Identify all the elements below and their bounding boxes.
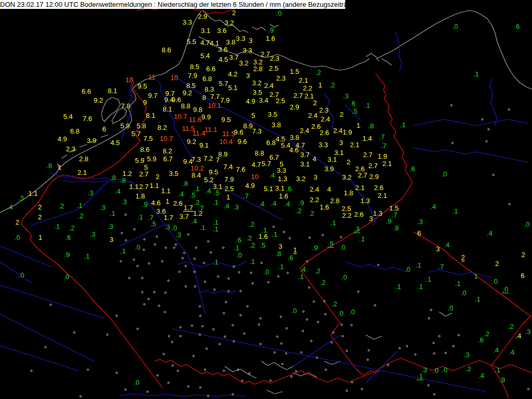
station-value: .0	[524, 220, 530, 228]
station-value: 3.2	[239, 59, 248, 67]
station-value: .4	[479, 372, 484, 380]
station-value: 3	[339, 139, 343, 147]
station-value: .2	[249, 220, 255, 228]
station-value: .5	[352, 107, 358, 115]
station-value: .3	[121, 198, 127, 206]
station-value: .3	[464, 351, 470, 359]
station-value: 9.5	[221, 116, 231, 124]
station-value: 8.5	[190, 63, 199, 71]
station-value: 1	[293, 246, 297, 254]
station-value: .3	[100, 204, 106, 212]
station-value: 9.5	[209, 168, 218, 176]
station-value: 3.8	[226, 38, 235, 46]
station-value: 8.6	[162, 46, 171, 54]
station-value: .1	[365, 102, 370, 109]
station-value: .2	[332, 300, 337, 308]
station-value: .6	[65, 234, 71, 241]
station-value: .1	[213, 198, 219, 206]
station-value: 9.8	[193, 106, 202, 114]
station-value: .1	[475, 295, 481, 303]
station-value: 7.4	[223, 163, 233, 171]
station-value: 2.4	[310, 185, 319, 193]
station-value: 1.3	[278, 175, 287, 183]
station-value: 4	[327, 185, 331, 193]
station-value: 9.2	[183, 89, 192, 97]
station-value: .4	[431, 203, 436, 210]
station-value: .9	[268, 26, 274, 34]
station-value: .0	[433, 367, 439, 374]
station-value: 8.8	[181, 102, 190, 110]
station-value: .1	[120, 247, 126, 255]
station-value: 6.6	[206, 65, 216, 73]
station-value: 2	[521, 251, 525, 259]
station-value: 11.4	[193, 129, 205, 137]
station-value: 3.3	[183, 18, 192, 26]
station-value: .6	[478, 336, 484, 344]
station-value: 1.9	[343, 128, 352, 136]
station-value: 1	[58, 163, 61, 171]
station-value: 11.6	[189, 116, 201, 124]
station-value: .1	[272, 230, 278, 238]
station-value: .7	[438, 263, 444, 271]
station-value: .1	[278, 263, 284, 271]
station-value: .3	[417, 218, 423, 226]
station-value: 10	[126, 76, 133, 84]
station-value: 2.2	[310, 196, 319, 204]
station-value: 1.4	[363, 135, 372, 142]
station-value: 1.3	[360, 197, 370, 205]
station-value: 5.1	[228, 84, 237, 92]
station-value: .6	[286, 185, 292, 193]
station-value: .2	[484, 330, 490, 338]
station-value: 3.3	[319, 141, 328, 149]
station-value: 3.7	[179, 213, 189, 220]
station-value: .3	[354, 225, 360, 233]
station-value: 8.2	[157, 124, 167, 131]
station-value: .0	[405, 265, 411, 273]
station-value: .1	[473, 70, 479, 78]
station-value: .0	[452, 23, 458, 30]
station-value: 5.4	[63, 113, 73, 120]
station-value: 2.9	[290, 103, 299, 111]
station-value: 9.6	[172, 96, 181, 104]
station-value: 5.1	[264, 185, 273, 193]
station-value: .0	[340, 243, 346, 251]
station-value: 3.3	[236, 35, 245, 42]
station-value: 1	[226, 193, 230, 201]
weather-map: 2.02.93.33.2.0.6.93.13.63.31.635.54.74.1…	[0, 0, 532, 399]
station-value: .1	[250, 258, 255, 265]
station-value: 3.5	[253, 88, 262, 96]
station-value: .1	[359, 235, 365, 243]
station-value: .1	[417, 283, 423, 291]
station-value: .9	[328, 240, 334, 248]
station-value: 2.8	[79, 155, 88, 163]
station-value: 7.6	[83, 115, 92, 123]
station-value: .1	[416, 261, 422, 269]
station-value: 8.2	[163, 147, 172, 155]
station-value: 7.2	[203, 154, 213, 162]
station-value: .2	[315, 267, 321, 275]
station-value: .3	[343, 92, 349, 100]
station-value: 7.7	[210, 93, 220, 101]
station-value: 1.6	[320, 203, 329, 211]
station-value: .2	[309, 209, 314, 217]
station-value: 10.4	[219, 138, 232, 146]
station-value: .1	[54, 223, 60, 230]
station-value: .7	[243, 192, 249, 200]
station-value: .4	[191, 217, 197, 225]
station-value: 11.1	[205, 126, 217, 134]
station-value: 1.8	[135, 192, 145, 200]
station-value: 4.9	[246, 97, 255, 105]
station-value: .2	[320, 279, 326, 286]
station-value: 6.8	[202, 75, 212, 83]
station-value: 2	[38, 213, 41, 221]
station-value: 2.3	[66, 145, 75, 153]
station-value: 1.6	[258, 232, 268, 240]
station-value: 3	[109, 236, 113, 243]
station-value: .1	[298, 273, 304, 281]
station-value: 8.8	[255, 149, 264, 157]
station-value: 1	[474, 272, 478, 280]
station-value: 2.9	[369, 173, 379, 181]
station-value: 2	[346, 158, 350, 166]
station-value: .5	[260, 241, 266, 249]
station-value: 2.1	[378, 192, 387, 199]
